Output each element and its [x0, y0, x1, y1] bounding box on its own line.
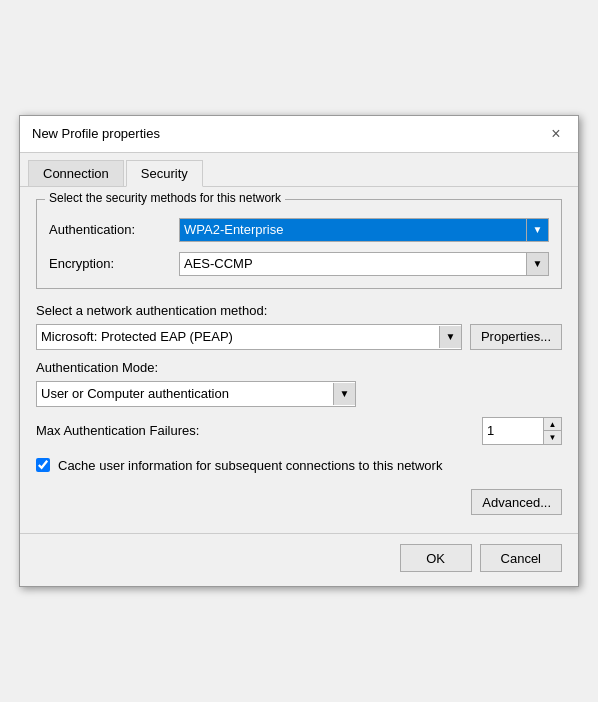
advanced-row: Advanced...	[36, 489, 562, 515]
max-auth-label: Max Authentication Failures:	[36, 423, 482, 438]
title-bar: New Profile properties ×	[20, 116, 578, 153]
spinner-buttons: ▲ ▼	[543, 418, 561, 444]
cache-checkbox-row: Cache user information for subsequent co…	[36, 457, 562, 475]
authentication-label: Authentication:	[49, 222, 179, 237]
authentication-control: WPA2-Enterprise ▼	[179, 218, 549, 242]
cache-checkbox[interactable]	[36, 458, 50, 472]
authentication-dropdown-arrow[interactable]: ▼	[526, 219, 548, 241]
max-auth-input[interactable]: 1	[483, 418, 543, 444]
spinner-up-button[interactable]: ▲	[544, 418, 561, 432]
encryption-row: Encryption: AES-CCMP ▼	[49, 252, 549, 276]
eap-dropdown-arrow[interactable]: ▼	[439, 326, 461, 348]
cache-checkbox-label: Cache user information for subsequent co…	[58, 457, 442, 475]
properties-button[interactable]: Properties...	[470, 324, 562, 350]
tab-connection[interactable]: Connection	[28, 160, 124, 187]
encryption-label: Encryption:	[49, 256, 179, 271]
dialog-body: Select the security methods for this net…	[20, 187, 578, 533]
eap-select[interactable]: Microsoft: Protected EAP (PEAP) ▼	[36, 324, 462, 350]
encryption-select[interactable]: AES-CCMP ▼	[179, 252, 549, 276]
max-auth-row: Max Authentication Failures: 1 ▲ ▼	[36, 417, 562, 445]
auth-mode-value: User or Computer authentication	[41, 386, 229, 401]
encryption-value: AES-CCMP	[184, 256, 253, 271]
dialog-title: New Profile properties	[32, 126, 160, 141]
encryption-dropdown-arrow[interactable]: ▼	[526, 253, 548, 275]
eap-section: Select a network authentication method: …	[36, 303, 562, 350]
tab-bar: Connection Security	[20, 153, 578, 187]
eap-value: Microsoft: Protected EAP (PEAP)	[41, 329, 233, 344]
auth-mode-section: Authentication Mode: User or Computer au…	[36, 360, 562, 407]
dialog-footer: OK Cancel	[20, 533, 578, 586]
encryption-control: AES-CCMP ▼	[179, 252, 549, 276]
eap-row: Microsoft: Protected EAP (PEAP) ▼ Proper…	[36, 324, 562, 350]
auth-mode-label: Authentication Mode:	[36, 360, 562, 375]
group-box-label: Select the security methods for this net…	[45, 191, 285, 205]
advanced-button[interactable]: Advanced...	[471, 489, 562, 515]
dialog: New Profile properties × Connection Secu…	[19, 115, 579, 587]
max-auth-spinner: 1 ▲ ▼	[482, 417, 562, 445]
cancel-button[interactable]: Cancel	[480, 544, 562, 572]
close-button[interactable]: ×	[546, 124, 566, 144]
tab-security[interactable]: Security	[126, 160, 203, 187]
ok-button[interactable]: OK	[400, 544, 472, 572]
authentication-value: WPA2-Enterprise	[184, 222, 283, 237]
security-methods-group: Select the security methods for this net…	[36, 199, 562, 289]
auth-mode-select[interactable]: User or Computer authentication ▼	[36, 381, 356, 407]
spinner-down-button[interactable]: ▼	[544, 431, 561, 444]
eap-section-label: Select a network authentication method:	[36, 303, 562, 318]
authentication-select[interactable]: WPA2-Enterprise ▼	[179, 218, 549, 242]
auth-mode-dropdown-arrow[interactable]: ▼	[333, 383, 355, 405]
authentication-row: Authentication: WPA2-Enterprise ▼	[49, 218, 549, 242]
